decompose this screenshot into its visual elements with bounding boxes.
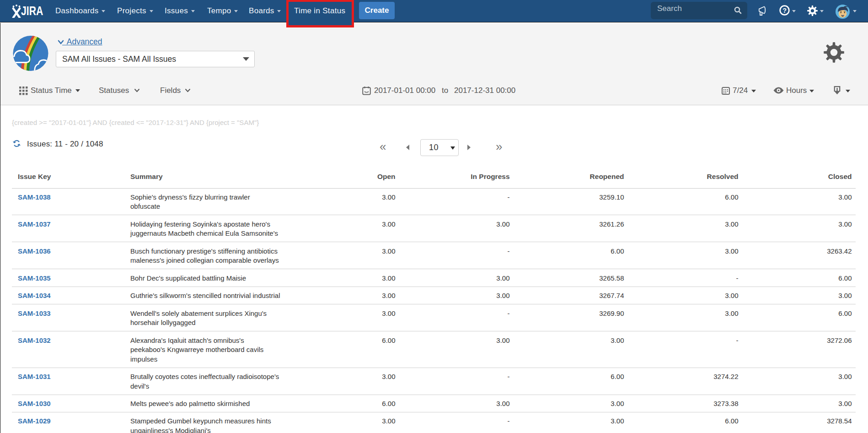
- svg-text:?: ?: [782, 7, 787, 14]
